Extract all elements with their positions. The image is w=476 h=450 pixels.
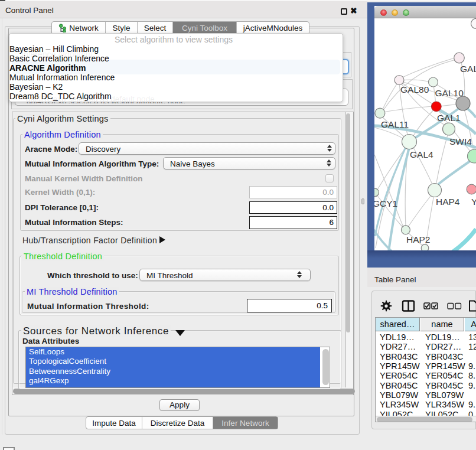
svg-text:GAL80: GAL80 <box>400 84 429 94</box>
svg-text:HAP4: HAP4 <box>436 197 460 207</box>
svg-text:GAL10: GAL10 <box>435 88 464 98</box>
svg-text:GCY1: GCY1 <box>374 198 397 208</box>
svg-text:GAL4: GAL4 <box>410 149 433 159</box>
svg-text:GAL7: GAL7 <box>460 64 476 74</box>
svg-text:GAL1: GAL1 <box>437 113 461 123</box>
svg-text:SWI4: SWI4 <box>449 136 472 146</box>
svg-text:YJ: YJ <box>471 197 476 207</box>
svg-text:GAL11: GAL11 <box>381 119 409 129</box>
svg-text:HAP2: HAP2 <box>406 234 431 244</box>
